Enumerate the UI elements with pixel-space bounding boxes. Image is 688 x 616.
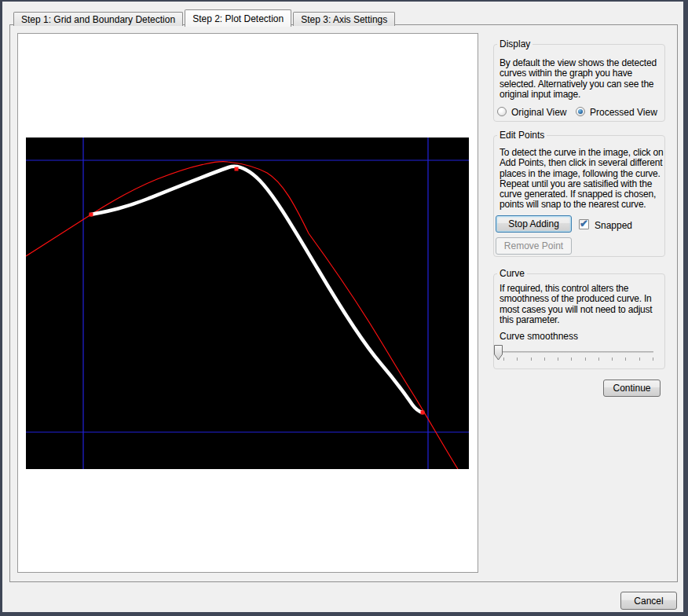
original-view-radio[interactable] [497, 107, 507, 116]
original-view-label[interactable]: Original View [511, 107, 566, 118]
edit-points-description: To detect the curve in the image, click … [500, 148, 665, 211]
slider-tick [517, 358, 518, 361]
continue-button[interactable]: Continue [603, 380, 661, 397]
slider-tick [625, 358, 626, 361]
snapped-checkbox-label[interactable]: Snapped [595, 220, 632, 231]
display-group-title: Display [497, 38, 532, 50]
slider-tick [571, 358, 572, 361]
cancel-button[interactable]: Cancel [620, 592, 677, 610]
display-description: By default the view shows the detected c… [500, 58, 665, 100]
slider-tick [653, 358, 653, 361]
slider-tick-marks [503, 358, 654, 361]
tab-step3-axis-settings[interactable]: Step 3: Axis Settings [293, 12, 395, 26]
processed-view-label[interactable]: Processed View [590, 107, 657, 118]
remove-point-button-label: Remove Point [504, 240, 563, 251]
wizard-tabbar: Step 1: Grid and Boundary Detection Step… [13, 9, 397, 26]
slider-tick [585, 358, 586, 361]
tab-step1-grid-boundary[interactable]: Step 1: Grid and Boundary Detection [13, 12, 183, 26]
processed-view-radio[interactable] [576, 107, 585, 116]
cancel-button-label: Cancel [634, 596, 663, 607]
processed-plot-image[interactable] [26, 138, 469, 469]
radio-selected-dot [578, 109, 583, 114]
curve-group-title: Curve [497, 268, 527, 279]
tab-step2-plot-detection[interactable]: Step 2: Plot Detection [185, 9, 291, 27]
tab-step1-label: Step 1: Grid and Boundary Detection [21, 14, 175, 25]
plot-canvas[interactable] [26, 138, 469, 469]
curve-smoothness-slider-thumb[interactable] [494, 345, 503, 363]
slider-tick [612, 358, 613, 361]
edit-points-group-title: Edit Points [497, 130, 547, 141]
remove-point-button: Remove Point [496, 237, 572, 255]
checkmark-icon: ✔ [580, 218, 588, 229]
curve-smoothness-label: Curve smoothness [500, 331, 578, 342]
curve-smoothness-slider-track[interactable] [500, 351, 653, 353]
stop-adding-button[interactable]: Stop Adding [496, 215, 572, 233]
tab-step3-label: Step 3: Axis Settings [301, 14, 387, 25]
snapped-checkbox[interactable]: ✔ [579, 219, 589, 229]
slider-tick [598, 358, 599, 361]
slider-tick [531, 358, 532, 361]
application-window: Step 1: Grid and Boundary Detection Step… [0, 0, 688, 616]
slider-tick [558, 358, 558, 361]
slider-thumb-icon [494, 345, 503, 361]
slider-tick [544, 358, 545, 361]
continue-button-label: Continue [613, 383, 650, 394]
slider-tick [503, 358, 504, 361]
curve-description: If required, this control alters the smo… [500, 284, 665, 325]
stop-adding-button-label: Stop Adding [508, 218, 559, 229]
tab-step2-label: Step 2: Plot Detection [192, 13, 284, 24]
slider-tick [639, 358, 640, 361]
